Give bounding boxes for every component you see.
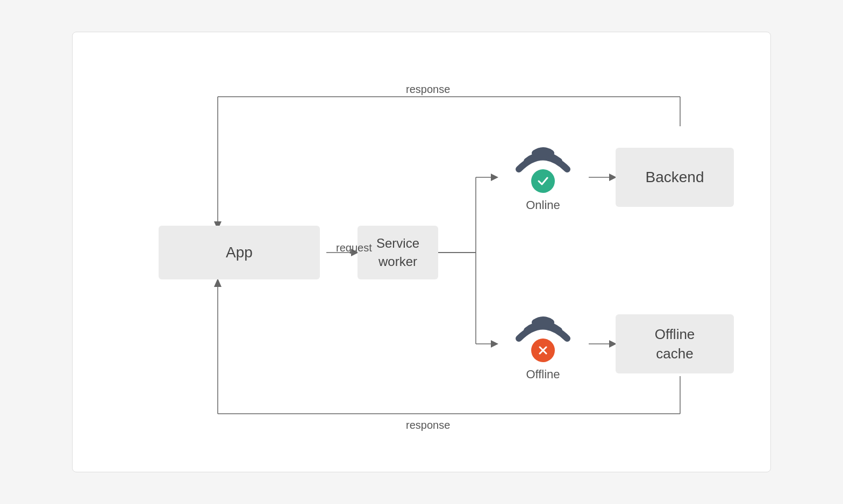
diagram-container: App Service worker Backend Offline cache xyxy=(72,32,771,472)
offline-label: Offline xyxy=(526,368,560,381)
online-wifi: Online xyxy=(497,126,589,212)
backend-box: Backend xyxy=(616,148,734,207)
app-label: App xyxy=(226,244,253,261)
offline-cache-label1: Offline xyxy=(655,325,695,344)
app-box: App xyxy=(159,226,320,279)
offline-cache-box: Offline cache xyxy=(616,314,734,373)
svg-marker-21 xyxy=(214,278,222,287)
checkmark-icon xyxy=(537,175,549,188)
offline-cache-label2: cache xyxy=(655,344,695,363)
response-bottom-label: response xyxy=(406,419,450,431)
offline-wifi: Offline xyxy=(497,296,589,381)
request-label: request xyxy=(336,242,372,254)
backend-label: Backend xyxy=(646,169,704,186)
service-worker-label2: worker xyxy=(376,253,419,271)
response-top-label: response xyxy=(406,83,450,96)
service-worker-label1: Service xyxy=(376,234,419,253)
x-icon xyxy=(537,344,549,357)
online-label: Online xyxy=(526,198,560,212)
